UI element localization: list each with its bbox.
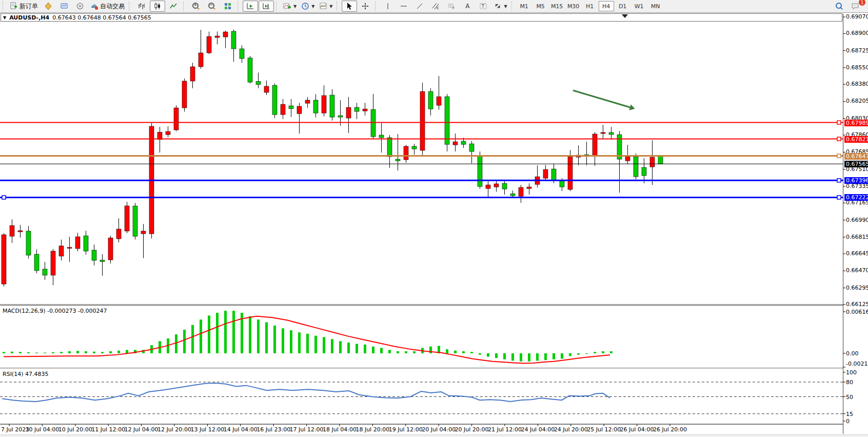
chart-canvas bbox=[0, 0, 868, 437]
mt4-window: 新订单 自动交易 bbox=[0, 0, 868, 437]
chart-shift-marker-icon bbox=[622, 14, 628, 18]
